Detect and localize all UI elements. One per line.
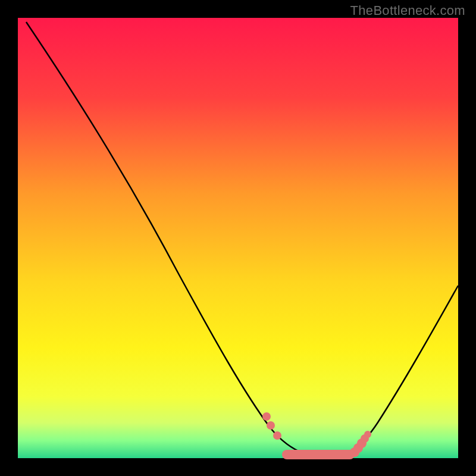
bottleneck-chart-svg <box>0 0 476 476</box>
svg-point-2 <box>273 431 281 440</box>
svg-point-0 <box>262 412 271 421</box>
svg-rect-3 <box>282 450 355 459</box>
watermark-text: TheBottleneck.com <box>350 3 465 18</box>
plot-background <box>18 18 458 458</box>
chart-frame: TheBottleneck.com <box>0 0 476 476</box>
svg-point-1 <box>267 421 275 430</box>
svg-point-8 <box>364 431 371 438</box>
